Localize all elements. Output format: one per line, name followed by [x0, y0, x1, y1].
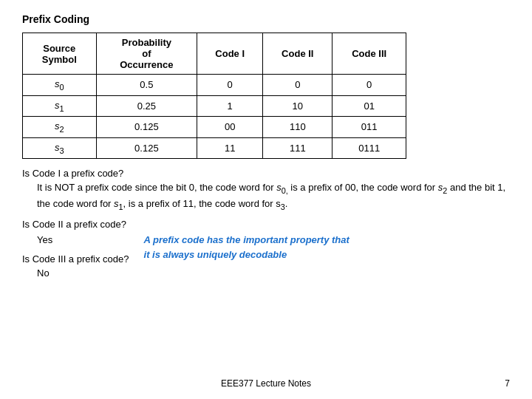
answer-1: It is NOT a prefix code since the bit 0,…: [37, 180, 510, 213]
footer-center: EEE377 Lecture Notes: [0, 378, 532, 389]
answer-2: Yes: [37, 233, 129, 248]
cell-c3-3: 0111: [332, 137, 406, 159]
cell-c2-0: 0: [263, 75, 332, 96]
cell-symbol-3: s3: [23, 137, 97, 159]
blue-text-box: A prefix code has the important property…: [144, 233, 351, 262]
question-1: Is Code I a prefix code?: [22, 168, 510, 179]
cell-prob-2: 0.125: [96, 117, 197, 138]
cell-c3-2: 011: [332, 117, 406, 138]
table-row: s1 0.25 1 10 01: [23, 95, 406, 117]
blue-text: A prefix code has the important property…: [144, 233, 351, 262]
cell-symbol-2: s2: [23, 117, 97, 138]
cell-symbol-1: s1: [23, 95, 97, 117]
cell-symbol-0: s0: [23, 75, 97, 96]
cell-c1-2: 00: [197, 117, 263, 138]
cell-c2-3: 111: [263, 137, 332, 159]
question-3: Is Code III a prefix code?: [22, 253, 129, 265]
cell-c1-0: 0: [197, 75, 263, 96]
col-header-prob: ProbabilityofOccurrence: [96, 33, 197, 75]
col-header-source: SourceSymbol: [23, 33, 97, 75]
prefix-coding-table: SourceSymbol ProbabilityofOccurrence Cod…: [22, 33, 406, 159]
answer-3: No: [37, 266, 129, 281]
table-row: s2 0.125 00 110 011: [23, 117, 406, 138]
yes-no-left: Yes Is Code III a prefix code? No: [22, 233, 129, 283]
footer-page-number: 7: [505, 378, 510, 389]
cell-c3-0: 0: [332, 75, 406, 96]
cell-c1-3: 11: [197, 137, 263, 159]
col-header-code2: Code II: [263, 33, 332, 75]
cell-c3-1: 01: [332, 95, 406, 117]
cell-prob-3: 0.125: [96, 137, 197, 159]
col-header-code1: Code I: [197, 33, 263, 75]
cell-c2-2: 110: [263, 117, 332, 138]
cell-c1-1: 1: [197, 95, 263, 117]
cell-prob-1: 0.25: [96, 95, 197, 117]
table-row: s0 0.5 0 0 0: [23, 75, 406, 96]
yes-no-section: Yes Is Code III a prefix code? No A pref…: [22, 233, 510, 283]
cell-prob-0: 0.5: [96, 75, 197, 96]
table-row: s3 0.125 11 111 0111: [23, 137, 406, 159]
page-title: Prefix Coding: [22, 13, 510, 25]
col-header-code3: Code III: [332, 33, 406, 75]
cell-c2-1: 10: [263, 95, 332, 117]
question-2: Is Code II a prefix code?: [22, 219, 510, 230]
